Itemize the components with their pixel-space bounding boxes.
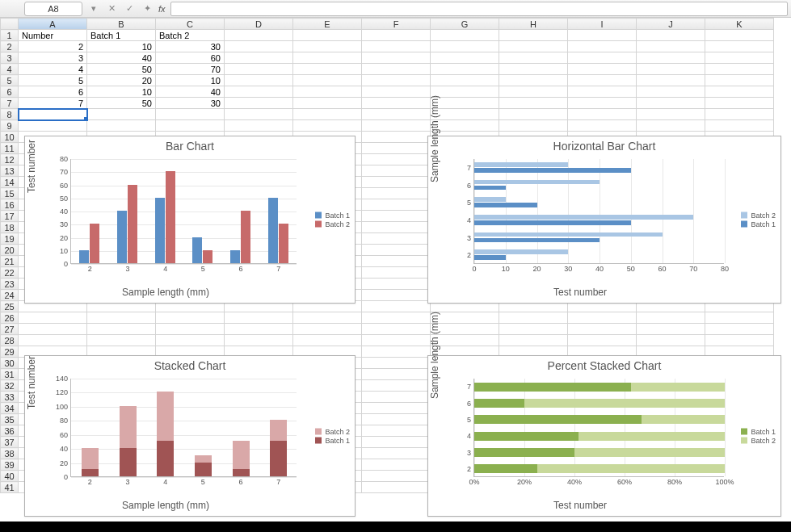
cell-C4[interactable]: 70: [156, 64, 225, 75]
cell-F29[interactable]: [362, 346, 431, 358]
cell-F30[interactable]: [362, 358, 431, 369]
row-header-3[interactable]: 3: [1, 52, 19, 64]
row-header-4[interactable]: 4: [1, 64, 19, 75]
row-header-11[interactable]: 11: [1, 143, 19, 154]
cell-I9[interactable]: [568, 120, 637, 132]
cell-E9[interactable]: [293, 120, 362, 132]
cell-K26[interactable]: [705, 312, 774, 324]
cell-K6[interactable]: [705, 86, 774, 98]
cell-F1[interactable]: [362, 30, 431, 41]
cell-F40[interactable]: [362, 471, 431, 482]
cell-J2[interactable]: [637, 41, 705, 52]
cancel-icon[interactable]: ✕: [105, 2, 118, 15]
cell-A6[interactable]: 6: [19, 86, 87, 98]
cell-C28[interactable]: [156, 335, 225, 346]
row-header-21[interactable]: 21: [1, 256, 19, 267]
cell-K4[interactable]: [705, 64, 774, 75]
col-header-D[interactable]: D: [225, 19, 293, 30]
cell-E1[interactable]: [293, 30, 362, 41]
cell-F11[interactable]: [362, 143, 431, 154]
cell-F18[interactable]: [362, 222, 431, 233]
row-header-1[interactable]: 1: [1, 30, 19, 41]
cell-F17[interactable]: [362, 211, 431, 222]
cell-F31[interactable]: [362, 369, 431, 380]
cell-D2[interactable]: [225, 41, 293, 52]
cell-D28[interactable]: [225, 335, 293, 346]
cell-J26[interactable]: [637, 312, 705, 324]
row-header-39[interactable]: 39: [1, 459, 19, 471]
cell-H2[interactable]: [499, 41, 568, 52]
cell-F12[interactable]: [362, 154, 431, 165]
cell-B28[interactable]: [87, 335, 156, 346]
cell-B2[interactable]: 10: [87, 41, 156, 52]
cell-G3[interactable]: [431, 52, 499, 64]
col-header-J[interactable]: J: [637, 19, 705, 30]
cell-G8[interactable]: [431, 109, 499, 120]
cell-F32[interactable]: [362, 380, 431, 392]
cell-G28[interactable]: [431, 335, 499, 346]
cell-K8[interactable]: [705, 109, 774, 120]
cell-F9[interactable]: [362, 120, 431, 132]
cell-F25[interactable]: [362, 301, 431, 312]
row-header-28[interactable]: 28: [1, 335, 19, 346]
cell-I26[interactable]: [568, 312, 637, 324]
cell-J7[interactable]: [637, 98, 705, 109]
cell-I1[interactable]: [568, 30, 637, 41]
cell-F15[interactable]: [362, 188, 431, 199]
cell-F2[interactable]: [362, 41, 431, 52]
cell-F39[interactable]: [362, 459, 431, 471]
name-box[interactable]: A8: [24, 2, 82, 16]
cell-H7[interactable]: [499, 98, 568, 109]
cell-J3[interactable]: [637, 52, 705, 64]
col-header-C[interactable]: C: [156, 19, 225, 30]
cell-A3[interactable]: 3: [19, 52, 87, 64]
cell-E4[interactable]: [293, 64, 362, 75]
cell-C7[interactable]: 30: [156, 98, 225, 109]
cell-D9[interactable]: [225, 120, 293, 132]
cell-F8[interactable]: [362, 109, 431, 120]
row-header-2[interactable]: 2: [1, 41, 19, 52]
cell-I4[interactable]: [568, 64, 637, 75]
cell-A5[interactable]: 5: [19, 75, 87, 86]
cell-F37[interactable]: [362, 437, 431, 448]
cell-C27[interactable]: [156, 324, 225, 335]
fx-icon[interactable]: ✦: [141, 2, 154, 15]
cell-J9[interactable]: [637, 120, 705, 132]
cell-C1[interactable]: Batch 2: [156, 30, 225, 41]
cell-F38[interactable]: [362, 448, 431, 459]
cell-D8[interactable]: [225, 109, 293, 120]
cell-H9[interactable]: [499, 120, 568, 132]
cell-G1[interactable]: [431, 30, 499, 41]
row-header-6[interactable]: 6: [1, 86, 19, 98]
row-header-8[interactable]: 8: [1, 109, 19, 120]
cell-K7[interactable]: [705, 98, 774, 109]
cell-A4[interactable]: 4: [19, 64, 87, 75]
row-header-5[interactable]: 5: [1, 75, 19, 86]
cell-H27[interactable]: [499, 324, 568, 335]
cell-B8[interactable]: [87, 109, 156, 120]
cell-D5[interactable]: [225, 75, 293, 86]
cell-B7[interactable]: 50: [87, 98, 156, 109]
cell-I8[interactable]: [568, 109, 637, 120]
row-header-36[interactable]: 36: [1, 425, 19, 437]
row-header-37[interactable]: 37: [1, 437, 19, 448]
cell-F19[interactable]: [362, 233, 431, 245]
row-header-13[interactable]: 13: [1, 165, 19, 177]
cell-F24[interactable]: [362, 290, 431, 301]
cell-G27[interactable]: [431, 324, 499, 335]
cell-K2[interactable]: [705, 41, 774, 52]
row-header-38[interactable]: 38: [1, 448, 19, 459]
cell-H3[interactable]: [499, 52, 568, 64]
cell-F5[interactable]: [362, 75, 431, 86]
cell-F16[interactable]: [362, 199, 431, 211]
chart-stacked[interactable]: Stacked Chart Test number Batch 2 Batch …: [24, 355, 356, 517]
cell-C8[interactable]: [156, 109, 225, 120]
cell-F3[interactable]: [362, 52, 431, 64]
cell-K9[interactable]: [705, 120, 774, 132]
cell-D26[interactable]: [225, 312, 293, 324]
cell-D4[interactable]: [225, 64, 293, 75]
row-header-15[interactable]: 15: [1, 188, 19, 199]
row-header-27[interactable]: 27: [1, 324, 19, 335]
col-header-B[interactable]: B: [87, 19, 156, 30]
cell-B3[interactable]: 40: [87, 52, 156, 64]
